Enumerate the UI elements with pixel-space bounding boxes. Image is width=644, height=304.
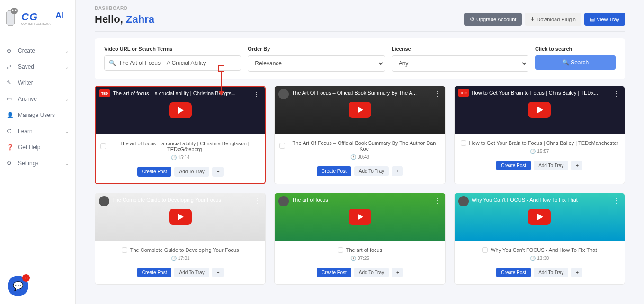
upgrade-label: Upgrade Account [476, 17, 516, 22]
sidebar-item-create[interactable]: ⊕Create⌄ [0, 43, 75, 59]
clock-icon: 🕐 [171, 256, 177, 261]
video-grid: TEDThe art of focus – a crucial ability … [85, 86, 635, 285]
nav-icon: 👤 [7, 112, 13, 118]
duration-value: 15:14 [178, 155, 190, 160]
play-icon[interactable] [169, 102, 192, 118]
search-button[interactable]: 🔍 Search [535, 55, 616, 70]
add-to-tray-button[interactable]: Add To Tray [354, 166, 389, 176]
plus-button[interactable]: + [212, 268, 224, 277]
create-post-button[interactable]: Create Post [317, 268, 351, 277]
header: Hello, Zahra ⚙Upgrade Account ⬇Download … [85, 13, 635, 31]
nav-icon: ▭ [7, 96, 13, 102]
plus-button[interactable]: + [392, 166, 403, 176]
duration-value: 00:49 [358, 154, 369, 160]
select-checkbox[interactable] [461, 140, 466, 146]
download-label: Download Plugin [537, 17, 576, 22]
create-post-button[interactable]: Create Post [137, 167, 172, 177]
sidebar-item-get-help[interactable]: ❓Get Help [0, 139, 75, 155]
select-checkbox[interactable] [100, 143, 106, 149]
plus-button[interactable]: + [571, 268, 582, 277]
nav-label: Create [18, 47, 35, 54]
add-to-tray-button[interactable]: Add To Tray [534, 161, 568, 170]
more-dots-icon[interactable]: ⋮ [434, 90, 440, 98]
thumb-title: The Complete Guide to Developing Your Fo… [112, 197, 248, 203]
thumb-title: The Art Of Focus – Official Book Summary… [292, 90, 428, 96]
video-thumbnail[interactable]: TEDThe art of focus – a crucial ability … [96, 87, 265, 134]
nav-label: Writer [18, 80, 33, 86]
duration: 🕐15:14 [100, 155, 260, 160]
video-thumbnail[interactable]: Why You Can't FOCUS - And How To Fix Tha… [455, 193, 625, 241]
video-thumbnail[interactable]: TEDHow to Get Your Brain to Focus | Chri… [455, 86, 625, 134]
select-checkbox[interactable] [338, 247, 343, 253]
order-by-select[interactable]: Relevance [248, 55, 385, 72]
add-to-tray-button[interactable]: Add To Tray [174, 167, 209, 177]
card-body: How to Get Your Brain to Focus | Chris B… [455, 134, 625, 177]
add-to-tray-button[interactable]: Add To Tray [534, 268, 568, 277]
video-thumbnail[interactable]: The art of focus⋮ [275, 193, 445, 241]
video-thumbnail[interactable]: The Art Of Focus – Official Book Summary… [275, 86, 445, 134]
plus-button[interactable]: + [571, 161, 582, 170]
play-icon[interactable] [349, 102, 371, 118]
create-post-button[interactable]: Create Post [317, 166, 351, 176]
duration: 🕐00:49 [279, 154, 440, 160]
video-card: The art of focus⋮The art of focus🕐07:25C… [274, 193, 445, 285]
card-title-row: The Art Of Focus – Official Book Summary… [279, 140, 440, 152]
view-tray-button[interactable]: ▤View Tray [584, 13, 625, 26]
order-by-label: Order By [248, 46, 385, 52]
sidebar-item-learn[interactable]: ⏱Learn⌄ [0, 123, 75, 139]
create-post-button[interactable]: Create Post [496, 268, 531, 277]
sidebar: CG AI CONTENT GORILLA AI ⊕Create⌄⇄Saved⌄… [0, 0, 76, 285]
add-to-tray-button[interactable]: Add To Tray [354, 268, 389, 277]
card-title-row: The Complete Guide to Developing Your Fo… [100, 247, 260, 253]
create-post-button[interactable]: Create Post [496, 161, 531, 170]
thumb-title: How to Get Your Brain to Focus | Chris B… [472, 90, 608, 96]
upgrade-account-button[interactable]: ⚙Upgrade Account [464, 13, 522, 26]
search-icon: 🔍 [109, 60, 116, 66]
sidebar-item-writer[interactable]: ✎Writer [0, 75, 75, 91]
duration-value: 07:25 [358, 256, 369, 261]
plus-button[interactable]: + [392, 268, 403, 277]
video-title: Why You Can't FOCUS - And How To Fix Tha… [491, 247, 597, 253]
select-checkbox[interactable] [122, 247, 127, 253]
select-checkbox[interactable] [279, 143, 285, 149]
card-actions: Create PostAdd To Tray+ [279, 166, 440, 176]
gear-icon: ⚙ [470, 16, 474, 22]
card-body: The art of focus🕐07:25Create PostAdd To … [275, 241, 445, 284]
card-body: The art of focus – a crucial ability | C… [96, 134, 265, 183]
create-post-button[interactable]: Create Post [137, 268, 172, 277]
plus-button[interactable]: + [212, 167, 224, 177]
license-select[interactable]: Any [392, 55, 528, 72]
logo-text: CG [21, 11, 38, 23]
license-label: License [392, 46, 528, 52]
card-actions: Create PostAdd To Tray+ [279, 268, 440, 277]
more-dots-icon[interactable]: ⋮ [434, 197, 440, 205]
sidebar-item-manage-users[interactable]: 👤Manage Users [0, 107, 75, 123]
play-icon[interactable] [349, 209, 371, 225]
duration-value: 17:01 [178, 256, 190, 261]
play-icon[interactable] [528, 209, 551, 225]
video-card: The Complete Guide to Developing Your Fo… [95, 193, 266, 285]
more-dots-icon[interactable]: ⋮ [254, 197, 260, 205]
view-tray-label: View Tray [597, 17, 619, 22]
logo[interactable]: CG AI CONTENT GORILLA AI [0, 0, 75, 38]
play-icon[interactable] [528, 102, 551, 118]
more-dots-icon[interactable]: ⋮ [613, 90, 620, 98]
select-checkbox[interactable] [482, 247, 488, 253]
svg-point-1 [11, 8, 18, 14]
nav-icon: ❓ [7, 144, 13, 151]
video-thumbnail[interactable]: The Complete Guide to Developing Your Fo… [95, 193, 265, 241]
nav-icon: ✎ [7, 80, 13, 86]
sidebar-item-saved[interactable]: ⇄Saved⌄ [0, 59, 75, 75]
more-dots-icon[interactable]: ⋮ [253, 90, 260, 98]
add-to-tray-button[interactable]: Add To Tray [174, 268, 209, 277]
video-card: The Art Of Focus – Official Book Summary… [274, 86, 445, 184]
channel-avatar [458, 196, 469, 206]
channel-avatar [99, 196, 109, 206]
download-plugin-button[interactable]: ⬇Download Plugin [525, 13, 581, 26]
tray-icon: ▤ [590, 16, 595, 22]
search-input[interactable] [104, 55, 241, 71]
sidebar-item-archive[interactable]: ▭Archive⌄ [0, 91, 75, 107]
play-icon[interactable] [169, 209, 192, 225]
more-dots-icon[interactable]: ⋮ [613, 197, 620, 205]
sidebar-item-settings[interactable]: ⚙Settings⌄ [0, 155, 75, 171]
